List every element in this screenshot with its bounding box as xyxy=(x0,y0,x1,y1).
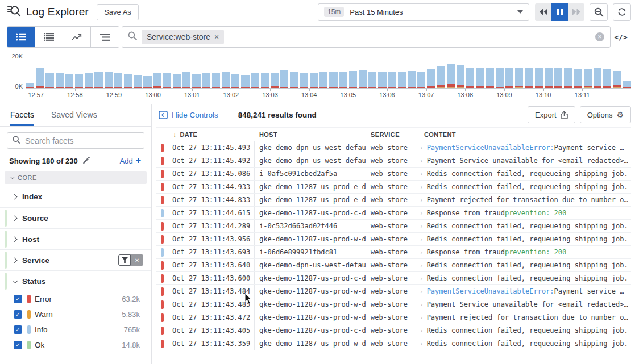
histogram-bar[interactable] xyxy=(320,72,327,88)
histogram-bar[interactable] xyxy=(300,73,308,88)
histogram-bar[interactable] xyxy=(212,73,220,88)
histogram-bar[interactable] xyxy=(231,74,239,88)
histogram-bar[interactable] xyxy=(134,75,142,88)
log-row[interactable]: Oct 27 13:11:43.483gke-demo-11287-us-pro… xyxy=(156,298,631,311)
tab-saved-views[interactable]: Saved Views xyxy=(51,110,97,126)
status-filter-warn[interactable]: Warn5.83k xyxy=(0,307,151,322)
histogram-bar[interactable] xyxy=(437,66,445,88)
column-header-content[interactable]: CONTENT xyxy=(416,131,631,138)
raw-query-toggle-icon[interactable] xyxy=(611,26,631,48)
search-bar[interactable]: Service:web-store xyxy=(122,26,611,48)
histogram-bar[interactable] xyxy=(56,73,64,88)
histogram-bar[interactable] xyxy=(496,68,504,88)
save-as-button[interactable]: Save As xyxy=(97,4,139,20)
histogram-bar[interactable] xyxy=(222,72,230,88)
histogram-bar[interactable] xyxy=(505,68,513,88)
histogram-bar[interactable] xyxy=(65,74,73,89)
histogram-bar[interactable] xyxy=(251,73,259,88)
log-row[interactable]: Oct 27 13:11:45.492gke-demo-dpn-us-west-… xyxy=(156,154,631,168)
histogram-bar[interactable] xyxy=(339,72,347,88)
histogram-bar[interactable] xyxy=(85,73,93,88)
log-row[interactable]: Oct 27 13:11:44.833gke-demo-11287-us-pro… xyxy=(156,194,631,207)
histogram-bar[interactable] xyxy=(241,75,249,88)
histogram-bar[interactable] xyxy=(535,68,543,88)
histogram-bar[interactable] xyxy=(408,71,416,88)
column-header-service[interactable]: SERVICE xyxy=(366,131,416,138)
search-filter-tag[interactable]: Service:web-store xyxy=(142,30,224,44)
checked-checkbox[interactable] xyxy=(14,325,22,334)
log-row[interactable]: Oct 27 13:11:44.289i-0c532d663ad02f446we… xyxy=(156,220,631,233)
clear-search-icon[interactable] xyxy=(595,32,604,41)
histogram-bar[interactable] xyxy=(476,68,484,88)
clear-filter-button[interactable] xyxy=(131,254,143,266)
facet-row-host[interactable]: Host xyxy=(0,228,151,249)
remove-filter-icon[interactable] xyxy=(214,33,219,41)
histogram-bar[interactable] xyxy=(329,72,337,88)
histogram-bar[interactable] xyxy=(515,68,523,88)
facet-row-status[interactable]: Status xyxy=(0,270,151,291)
log-row[interactable]: Oct 27 13:11:44.615gke-demo-11287-us-pro… xyxy=(156,207,631,220)
histogram-bar[interactable] xyxy=(94,72,102,88)
histogram-bar[interactable] xyxy=(368,72,376,88)
histogram-bar[interactable] xyxy=(486,68,494,88)
facet-row-service[interactable]: Service xyxy=(0,249,151,270)
log-row[interactable]: Oct 27 13:11:43.956gke-demo-11287-us-pro… xyxy=(156,233,631,246)
histogram-bar[interactable] xyxy=(388,72,396,88)
checked-checkbox[interactable] xyxy=(14,310,22,319)
column-header-host[interactable]: HOST xyxy=(255,131,366,138)
options-button[interactable]: Options ⚙ xyxy=(580,106,631,123)
time-range-selector[interactable]: 15m Past 15 Minutes xyxy=(318,3,529,21)
log-row[interactable]: Oct 27 13:11:43.484gke-demo-11287-us-pro… xyxy=(156,285,631,298)
checked-checkbox[interactable] xyxy=(14,341,22,349)
histogram-bar[interactable] xyxy=(143,76,151,88)
core-section-header[interactable]: CORE xyxy=(5,171,147,184)
histogram-bar[interactable] xyxy=(417,72,425,88)
histogram-bar[interactable] xyxy=(271,73,279,88)
histogram-bar[interactable] xyxy=(466,68,474,88)
pattern-view-button[interactable] xyxy=(91,27,119,47)
histogram-bar[interactable] xyxy=(310,73,318,88)
log-row[interactable]: Oct 27 13:11:44.933gke-demo-11287-us-pro… xyxy=(156,181,631,194)
histogram-bar[interactable] xyxy=(173,74,181,88)
add-facet-button[interactable]: Add xyxy=(120,156,141,166)
histogram-bar[interactable] xyxy=(36,68,44,88)
log-content-link[interactable]: PaymentServiceUnavailableError: xyxy=(427,144,554,152)
histogram-bar[interactable] xyxy=(202,73,210,88)
histogram-bar[interactable] xyxy=(398,72,406,88)
histogram-bar[interactable] xyxy=(427,69,435,88)
status-filter-info[interactable]: Info765k xyxy=(0,322,151,337)
timeseries-view-button[interactable] xyxy=(63,27,91,47)
pause-button[interactable] xyxy=(551,3,568,21)
log-row[interactable]: Oct 27 13:11:45.493gke-demo-dpn-us-west-… xyxy=(156,141,631,154)
histogram-bar[interactable] xyxy=(554,68,562,88)
log-row[interactable]: Oct 27 13:11:43.359gke-demo-11287-us-pro… xyxy=(156,337,631,350)
histogram-bar[interactable] xyxy=(564,68,572,88)
histogram-bar[interactable] xyxy=(280,70,288,88)
log-row[interactable]: Oct 27 13:11:43.600gke-demo-11287-us-pro… xyxy=(156,272,631,285)
histogram-bar[interactable] xyxy=(525,68,533,88)
edit-facets-icon[interactable] xyxy=(82,157,90,165)
histogram-bar[interactable] xyxy=(457,65,464,88)
facet-row-index[interactable]: Index xyxy=(0,186,151,207)
histogram-bar[interactable] xyxy=(261,73,269,88)
log-row[interactable]: Oct 27 13:11:43.640gke-demo-dpn-us-west-… xyxy=(156,259,631,272)
histogram-bar[interactable] xyxy=(623,81,630,88)
table-view-button[interactable] xyxy=(35,27,63,47)
histogram-bar[interactable] xyxy=(182,72,190,88)
log-content-link[interactable]: PaymentServiceUnavailableError: xyxy=(427,287,554,295)
histogram-bar[interactable] xyxy=(192,74,200,88)
histogram-bar[interactable] xyxy=(613,71,621,88)
log-row[interactable]: Oct 27 13:11:43.472gke-demo-11287-us-pro… xyxy=(156,311,631,324)
fast-forward-button[interactable] xyxy=(568,3,584,21)
histogram-bar[interactable] xyxy=(45,73,53,88)
rewind-button[interactable] xyxy=(535,3,551,21)
log-row[interactable]: Oct 27 13:11:45.086i-0af5c091cbed2af5awe… xyxy=(156,168,631,181)
refresh-button[interactable] xyxy=(613,3,631,21)
histogram-bar[interactable] xyxy=(378,72,386,88)
histogram-bar[interactable] xyxy=(153,73,161,88)
histogram-bar[interactable] xyxy=(124,74,132,88)
list-view-button[interactable] xyxy=(7,27,35,47)
histogram-bar[interactable] xyxy=(359,70,367,88)
export-button[interactable]: Export xyxy=(528,106,575,123)
histogram-bar[interactable] xyxy=(290,72,298,88)
